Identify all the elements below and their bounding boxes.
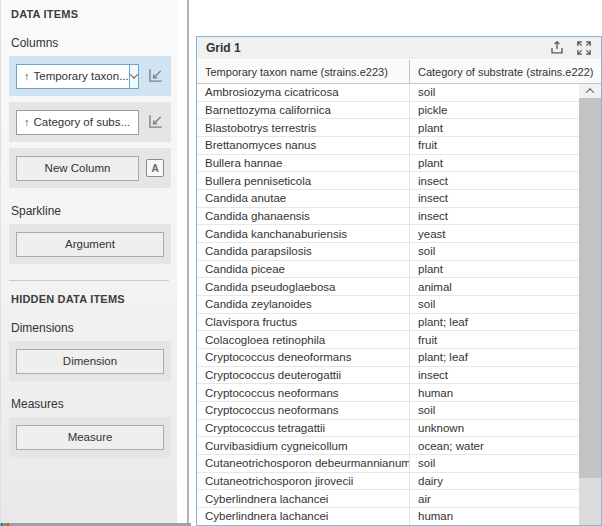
vertical-scrollbar[interactable]: [579, 84, 601, 525]
taxon-name-cell: Candida ghanaensis: [197, 208, 410, 225]
substrate-cell: fruit: [410, 331, 579, 348]
substrate-cell: human: [410, 384, 579, 401]
substrate-cell: plant; leaf: [410, 314, 579, 331]
taxon-name-cell: Candida kanchanaburiensis: [197, 225, 410, 242]
taxon-name-cell: Bullera penniseticola: [197, 172, 410, 189]
maximize-icon[interactable]: [576, 40, 592, 56]
taxon-name-cell: Brettanomyces nanus: [197, 137, 410, 154]
substrate-cell: dairy: [410, 473, 579, 490]
substrate-cell: human: [410, 508, 579, 525]
scrollbar-thumb[interactable]: [579, 98, 601, 478]
panel-splitter[interactable]: [187, 0, 189, 523]
new-column-button[interactable]: New Column: [16, 156, 139, 181]
substrate-cell: soil: [410, 455, 579, 472]
table-row[interactable]: Cryptococcus deuterogattiiinsect: [197, 367, 579, 385]
table-row[interactable]: Barnettozyma californicapickle: [197, 102, 579, 120]
table-row[interactable]: Candida anutaeinsect: [197, 190, 579, 208]
table-row[interactable]: Cryptococcus deneoformansplant; leaf: [197, 349, 579, 367]
substrate-cell: air: [410, 490, 579, 507]
table-row[interactable]: Cryptococcus neoformanssoil: [197, 402, 579, 420]
substrate-cell: animal: [410, 278, 579, 295]
dimension-group: Dimension: [9, 341, 171, 381]
columns-section-label: Columns: [11, 36, 177, 50]
taxon-name-cell: Candida anutae: [197, 190, 410, 207]
substrate-cell: soil: [410, 84, 579, 101]
taxon-name-cell: Candida pseudoglaebosa: [197, 278, 410, 295]
field-label: Category of subs...: [34, 116, 131, 128]
table-row[interactable]: Cyberlindnera lachanceiair: [197, 490, 579, 508]
taxon-name-cell: Cyberlindnera lachancei: [197, 508, 410, 525]
field-label: Temporary taxon...: [34, 70, 129, 82]
table-row[interactable]: Brettanomyces nanusfruit: [197, 137, 579, 155]
argument-button[interactable]: Argument: [16, 232, 164, 257]
measures-section-label: Measures: [11, 397, 177, 411]
table-row[interactable]: Cutaneotrichosporon jiroveciidairy: [197, 473, 579, 491]
table-row[interactable]: Cryptococcus tetragattiiunknown: [197, 420, 579, 438]
taxon-name-cell: Cyberlindnera lachancei: [197, 490, 410, 507]
table-row[interactable]: Bullera hannaeplant: [197, 155, 579, 173]
taxon-name-cell: Barnettozyma californica: [197, 102, 410, 119]
hidden-data-items-header: HIDDEN DATA ITEMS: [1, 281, 177, 305]
table-row[interactable]: Cryptococcus neoformanshuman: [197, 384, 579, 402]
taxon-name-cell: Cutaneotrichosporon debeurmannianum: [197, 455, 410, 472]
attribute-a-icon[interactable]: A: [146, 159, 164, 177]
taxon-name-cell: Bullera hannae: [197, 155, 410, 172]
taxon-name-cell: Blastobotrys terrestris: [197, 119, 410, 136]
field-temporary-taxon[interactable]: ↑ Temporary taxon...: [16, 64, 139, 89]
substrate-cell: fruit: [410, 137, 579, 154]
grid-column-headers: Temporary taxon name (strains.e223) Cate…: [197, 60, 601, 84]
substrate-cell: plant: [410, 119, 579, 136]
measure-button[interactable]: Measure: [16, 425, 164, 450]
column-header-substrate[interactable]: Category of substrate (strains.e222): [410, 60, 601, 83]
substrate-cell: soil: [410, 243, 579, 260]
export-icon[interactable]: [549, 40, 565, 56]
field-options-axis-icon[interactable]: [146, 113, 164, 131]
sort-ascending-icon: ↑: [24, 70, 30, 82]
table-row[interactable]: Candida pseudoglaebosaanimal: [197, 278, 579, 296]
dimension-button[interactable]: Dimension: [16, 349, 164, 374]
table-row[interactable]: Candida zeylanoidessoil: [197, 296, 579, 314]
table-row[interactable]: Candida ghanaensisinsect: [197, 208, 579, 226]
grid-toolbar: [549, 40, 592, 56]
table-row[interactable]: Cutaneotrichosporon debeurmannianumsoil: [197, 455, 579, 473]
substrate-cell: insect: [410, 190, 579, 207]
substrate-cell: ocean; water: [410, 437, 579, 454]
substrate-cell: yeast: [410, 225, 579, 242]
substrate-cell: insect: [410, 367, 579, 384]
scrollbar-up-button[interactable]: [579, 84, 601, 98]
table-row[interactable]: Bullera penniseticolainsect: [197, 172, 579, 190]
taxon-name-cell: Colacogloea retinophila: [197, 331, 410, 348]
taxon-name-cell: Cutaneotrichosporon jirovecii: [197, 473, 410, 490]
column-field-group-2: ↑ Category of subs...: [9, 102, 171, 142]
grid-body: Ambrosiozyma cicatricosasoilBarnettozyma…: [197, 84, 579, 525]
taxon-name-cell: Candida parapsilosis: [197, 243, 410, 260]
substrate-cell: plant: [410, 155, 579, 172]
substrate-cell: soil: [410, 402, 579, 419]
field-category-of-substrate[interactable]: ↑ Category of subs...: [16, 110, 139, 135]
taxon-name-cell: Cryptococcus deneoformans: [197, 349, 410, 366]
substrate-cell: soil: [410, 296, 579, 313]
taxon-name-cell: Candida zeylanoides: [197, 296, 410, 313]
table-row[interactable]: Candida parapsilosissoil: [197, 243, 579, 261]
field-options-axis-icon[interactable]: [146, 67, 164, 85]
table-row[interactable]: Blastobotrys terrestrisplant: [197, 119, 579, 137]
chevron-down-icon: [130, 70, 138, 78]
substrate-cell: plant; leaf: [410, 349, 579, 366]
grid-widget: Grid 1 Temporary taxon name (strains.e22…: [196, 36, 602, 526]
table-row[interactable]: Clavispora fructusplant; leaf: [197, 314, 579, 332]
substrate-cell: insect: [410, 172, 579, 189]
table-row[interactable]: Ambrosiozyma cicatricosasoil: [197, 84, 579, 102]
table-row[interactable]: Colacogloea retinophilafruit: [197, 331, 579, 349]
taxon-name-cell: Cryptococcus tetragattii: [197, 420, 410, 437]
table-row[interactable]: Candida piceaeplant: [197, 261, 579, 279]
substrate-cell: insect: [410, 208, 579, 225]
substrate-cell: pickle: [410, 102, 579, 119]
table-row[interactable]: Candida kanchanaburiensisyeast: [197, 225, 579, 243]
table-row[interactable]: Cyberlindnera lachanceihuman: [197, 508, 579, 525]
taxon-name-cell: Curvibasidium cygneicollum: [197, 437, 410, 454]
field-dropdown-button[interactable]: [129, 65, 138, 88]
table-row[interactable]: Curvibasidium cygneicollumocean; water: [197, 437, 579, 455]
taxon-name-cell: Clavispora fructus: [197, 314, 410, 331]
measure-group: Measure: [9, 417, 171, 457]
column-header-taxon[interactable]: Temporary taxon name (strains.e223): [197, 60, 410, 83]
